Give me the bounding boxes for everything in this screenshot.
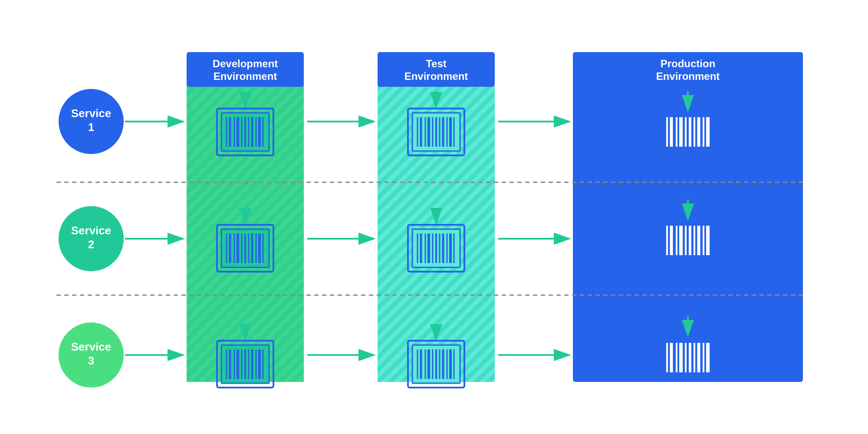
test-header-line1: Test [426,58,447,69]
prod-header-line2: Environment [656,70,720,82]
service-3-label-line1: Service [71,340,112,353]
prod-header-line1: Production [661,58,716,69]
dev-header-line1: Development [213,58,278,69]
service-2-label-line1: Service [71,224,112,237]
service-1-label-line2: 1 [88,121,94,134]
diagram: Development Environment Test Environment… [22,22,846,412]
service-3-label-line2: 3 [88,354,94,367]
dev-header-line2: Environment [214,70,277,82]
test-header-line2: Environment [404,70,468,82]
service-1-label-line1: Service [71,107,112,120]
main-svg: Development Environment Test Environment… [43,26,825,408]
service-2-label-line2: 2 [88,238,94,251]
